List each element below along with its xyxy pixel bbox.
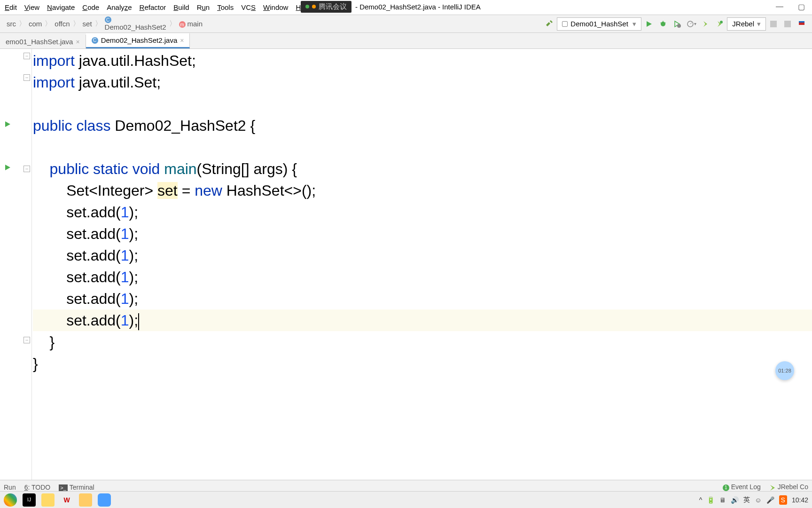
app-icon[interactable] <box>79 493 92 507</box>
config-icon <box>562 21 568 27</box>
breadcrumb-set[interactable]: set <box>80 19 95 29</box>
recording-timer-badge[interactable]: 01:28 <box>775 361 794 380</box>
debug-button[interactable] <box>658 19 668 29</box>
windows-taskbar: IJ W ^ 🔋 🖥 🔊 英 ☺ 🎤 S 10:42 <box>0 491 812 508</box>
svg-point-4 <box>677 24 681 28</box>
run-gutter-icon[interactable] <box>4 164 11 171</box>
breadcrumb: src〉 com〉 offcn〉 set〉 C Demo02_HashSet2〉… <box>4 16 205 32</box>
wps-icon[interactable]: W <box>60 493 73 507</box>
mic-icon[interactable]: 🎤 <box>766 496 774 504</box>
fold-icon[interactable]: − <box>23 166 30 172</box>
coverage-button[interactable] <box>672 19 682 29</box>
menu-tools[interactable]: Tools <box>213 1 237 13</box>
menu-edit[interactable]: Edit <box>1 1 21 13</box>
intellij-icon[interactable]: IJ <box>23 493 36 507</box>
run-config-selector[interactable]: Demo01_HashSet ▾ <box>557 17 641 31</box>
fold-icon[interactable]: − <box>23 53 30 59</box>
profile-button[interactable]: ▾ <box>686 19 696 29</box>
menu-vcs[interactable]: VCS <box>237 1 259 13</box>
menu-code[interactable]: Code <box>78 1 103 13</box>
chevron-down-icon: ▾ <box>632 20 636 28</box>
notification-badge: 1 <box>723 484 729 491</box>
bottom-tab-terminal[interactable]: >_Terminal <box>59 484 94 491</box>
stop-button[interactable] <box>768 19 779 29</box>
class-icon: C <box>92 37 98 44</box>
run-button[interactable] <box>644 19 654 29</box>
maximize-button[interactable]: ▢ <box>790 0 812 13</box>
chrome-icon[interactable] <box>4 493 17 507</box>
jrebel-selector[interactable]: JRebel ▾ <box>727 17 766 31</box>
class-icon: C <box>105 16 111 23</box>
svg-rect-10 <box>799 21 804 23</box>
menu-window[interactable]: Window <box>259 1 292 13</box>
status-dot-orange <box>312 5 316 8</box>
menu-build[interactable]: Build <box>170 1 193 13</box>
sogou-ime-icon[interactable]: S <box>779 495 787 505</box>
fold-icon[interactable]: − <box>23 74 30 81</box>
menu-view[interactable]: View <box>21 1 43 13</box>
menu-run[interactable]: Run <box>193 1 214 13</box>
jrebel-run-icon[interactable] <box>700 19 710 29</box>
breadcrumb-main[interactable]: mmain <box>176 19 206 29</box>
editor-tabs: emo01_HashSet.java × C Demo02_HashSet2.j… <box>0 33 812 49</box>
jrebel-console-link[interactable]: JRebel Co <box>769 483 808 491</box>
window-controls: — ▢ <box>769 0 812 13</box>
volume-icon[interactable]: 🔊 <box>731 496 739 504</box>
minimize-button[interactable]: — <box>769 0 790 13</box>
breadcrumb-offcn[interactable]: offcn <box>52 19 72 29</box>
code-editor[interactable]: − − − − import java.util.HashSet; import… <box>0 49 812 480</box>
bottom-tab-run[interactable]: Run <box>4 484 16 491</box>
display-icon[interactable]: 🖥 <box>719 496 726 504</box>
stop-button-2[interactable] <box>782 19 793 29</box>
build-hammer-icon[interactable] <box>544 19 554 29</box>
clock[interactable]: 10:42 <box>792 496 808 504</box>
system-tray: ^ 🔋 🖥 🔊 英 ☺ 🎤 S 10:42 <box>699 495 808 505</box>
ime-indicator[interactable]: 英 <box>743 496 750 504</box>
code-content[interactable]: import java.util.HashSet; import java.ut… <box>32 49 812 480</box>
tab-demo02[interactable]: C Demo02_HashSet2.java × <box>86 33 190 48</box>
svg-point-0 <box>661 22 665 26</box>
breadcrumb-com[interactable]: com <box>26 19 45 29</box>
breadcrumb-src[interactable]: src <box>4 19 19 29</box>
method-icon: m <box>179 21 186 28</box>
close-icon[interactable]: × <box>76 38 79 46</box>
menu-analyze[interactable]: Analyze <box>103 1 135 13</box>
battery-icon[interactable]: 🔋 <box>707 496 715 504</box>
file-explorer-icon[interactable] <box>41 493 55 507</box>
terminal-icon: >_ <box>59 484 68 491</box>
chevron-down-icon: ▾ <box>757 20 761 28</box>
flag-icon[interactable] <box>796 19 807 29</box>
tencent-meeting-icon[interactable] <box>98 493 111 507</box>
navigation-toolbar: src〉 com〉 offcn〉 set〉 C Demo02_HashSet2〉… <box>0 15 812 33</box>
close-icon[interactable]: × <box>180 37 184 44</box>
editor-gutter: − − − − <box>0 49 32 480</box>
run-gutter-icon[interactable] <box>4 120 11 128</box>
svg-rect-7 <box>770 21 777 27</box>
menu-navigate[interactable]: Navigate <box>43 1 78 13</box>
menu-refactor[interactable]: Refactor <box>136 1 170 13</box>
event-log-link[interactable]: 1Event Log <box>723 483 761 491</box>
text-cursor <box>138 313 139 330</box>
fold-icon[interactable]: − <box>23 337 30 343</box>
window-title: 腾讯会议 - Demo02_HashSet2.java - IntelliJ I… <box>301 0 481 13</box>
tab-demo01[interactable]: emo01_HashSet.java × <box>0 35 86 48</box>
breadcrumb-class[interactable]: C Demo02_HashSet2 <box>102 16 169 32</box>
tencent-meeting-badge: 腾讯会议 <box>301 1 351 13</box>
tray-up-icon[interactable]: ^ <box>699 496 703 504</box>
svg-point-6 <box>720 21 723 24</box>
jrebel-debug-icon[interactable] <box>714 19 725 29</box>
emoji-icon[interactable]: ☺ <box>755 496 761 504</box>
bottom-tab-todo[interactable]: 6: TODO <box>24 484 51 491</box>
svg-rect-8 <box>784 21 791 27</box>
status-dot-green <box>305 5 309 8</box>
